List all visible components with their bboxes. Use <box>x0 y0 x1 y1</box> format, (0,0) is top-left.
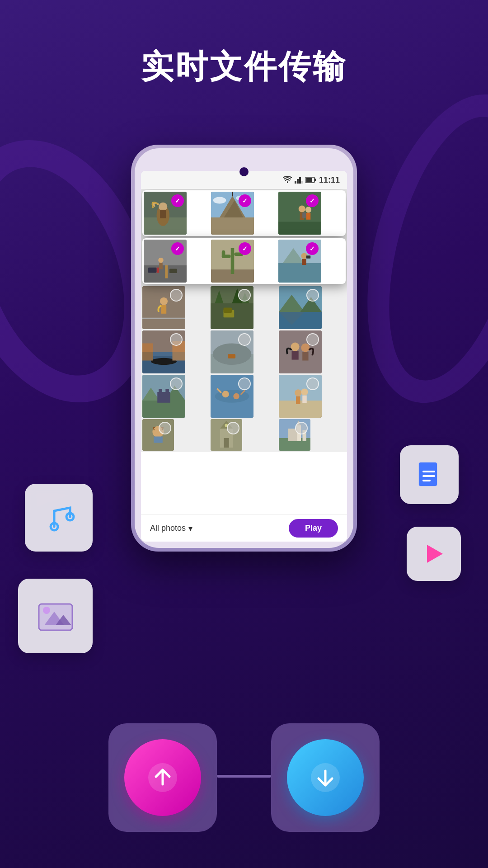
check-badge-6: ✓ <box>306 242 319 255</box>
circle-badge-11 <box>238 333 251 346</box>
photo-cell-6[interactable]: ✓ <box>278 240 321 283</box>
svg-rect-72 <box>228 354 235 359</box>
svg-rect-33 <box>159 263 163 269</box>
photo-cell-15[interactable] <box>279 375 322 418</box>
bottom-bar: All photos ▾ Play <box>141 514 347 542</box>
page-title: 实时文件传输 <box>0 0 488 89</box>
circle-badge-18 <box>295 422 308 434</box>
photo-cell-5[interactable]: ✓ <box>211 240 254 283</box>
camera-notch <box>239 167 249 176</box>
svg-point-95 <box>301 388 308 395</box>
image-icon <box>35 596 76 637</box>
status-icons: 11:11 <box>283 175 340 185</box>
download-button[interactable] <box>287 739 364 816</box>
svg-rect-75 <box>292 351 299 360</box>
svg-point-120 <box>43 607 50 614</box>
svg-rect-46 <box>306 255 311 259</box>
svg-rect-0 <box>295 181 296 184</box>
svg-point-76 <box>301 344 310 352</box>
photo-cell-16[interactable] <box>142 419 174 451</box>
phone-inner: 11:11 <box>135 148 353 548</box>
circle-badge-7 <box>170 289 183 302</box>
svg-rect-45 <box>302 259 306 265</box>
svg-point-93 <box>295 389 301 396</box>
svg-rect-3 <box>301 181 303 184</box>
all-photos-label: All photos <box>150 524 186 533</box>
video-card <box>407 527 461 581</box>
document-card <box>400 445 459 504</box>
signal-icon <box>295 176 303 184</box>
circle-badge-13 <box>170 377 183 390</box>
svg-rect-36 <box>231 248 235 274</box>
svg-marker-121 <box>427 545 443 563</box>
photo-cell-17[interactable] <box>211 419 242 451</box>
status-time: 11:11 <box>319 175 340 185</box>
phone-mockup: 11:11 <box>131 145 357 561</box>
all-photos-filter[interactable]: All photos ▾ <box>150 524 192 533</box>
circle-badge-16 <box>159 422 171 434</box>
svg-point-44 <box>301 253 307 259</box>
photo-cell-18[interactable] <box>279 419 310 451</box>
photo-cell-4[interactable]: ✓ <box>144 240 187 283</box>
circle-badge-8 <box>238 289 251 302</box>
svg-rect-5 <box>314 179 316 181</box>
photo-cell-10[interactable] <box>142 330 185 373</box>
selected-row-2: ✓ <box>142 238 346 284</box>
svg-point-74 <box>291 343 300 351</box>
photo-cell-9[interactable] <box>279 286 322 329</box>
svg-rect-1 <box>297 179 299 184</box>
svg-rect-79 <box>142 401 185 418</box>
check-badge-3: ✓ <box>306 194 319 207</box>
svg-rect-103 <box>224 438 229 448</box>
phone-shell: 11:11 <box>131 145 357 552</box>
check-badge-2: ✓ <box>239 194 251 207</box>
svg-rect-38 <box>222 250 225 258</box>
photo-cell-13[interactable] <box>142 375 185 418</box>
svg-rect-54 <box>224 308 232 313</box>
upload-card <box>108 723 217 832</box>
check-badge-1: ✓ <box>171 194 184 207</box>
svg-rect-24 <box>306 213 311 220</box>
wifi-icon <box>283 176 292 184</box>
svg-rect-99 <box>154 437 163 443</box>
photo-cell-2[interactable]: ✓ <box>211 192 254 235</box>
play-button[interactable]: Play <box>289 519 338 538</box>
svg-rect-112 <box>419 462 437 486</box>
photo-cell-8[interactable] <box>211 286 253 329</box>
svg-point-23 <box>305 207 311 212</box>
bg-decoration-right <box>337 75 488 422</box>
screen-content: ✓ <box>141 189 347 542</box>
svg-rect-29 <box>165 265 168 278</box>
photo-cell-11[interactable] <box>211 330 253 373</box>
circle-badge-12 <box>306 333 319 346</box>
svg-rect-20 <box>278 222 321 235</box>
check-badge-4: ✓ <box>171 242 184 255</box>
svg-rect-83 <box>159 389 162 394</box>
circle-badge-9 <box>306 289 319 302</box>
svg-rect-25 <box>302 212 306 218</box>
svg-rect-84 <box>165 389 169 394</box>
download-card <box>271 723 380 832</box>
document-icon <box>413 459 445 491</box>
svg-point-21 <box>299 205 305 212</box>
music-icon <box>41 500 77 536</box>
image-card <box>18 579 93 653</box>
photo-cell-7[interactable] <box>142 286 185 329</box>
svg-rect-31 <box>169 269 177 274</box>
svg-point-17 <box>213 197 226 203</box>
svg-rect-49 <box>161 305 166 314</box>
photo-cell-1[interactable]: ✓ <box>144 192 187 235</box>
circle-badge-10 <box>170 333 183 346</box>
bottom-actions <box>0 723 488 832</box>
svg-point-10 <box>159 203 167 211</box>
circle-badge-17 <box>227 422 239 434</box>
circle-badge-15 <box>306 377 319 390</box>
phone-screen: 11:11 <box>141 171 347 542</box>
svg-rect-6 <box>306 178 312 182</box>
svg-point-87 <box>222 391 229 397</box>
svg-rect-11 <box>160 210 166 218</box>
upload-button[interactable] <box>124 739 201 816</box>
photo-cell-12[interactable] <box>279 330 322 373</box>
photo-cell-3[interactable]: ✓ <box>278 192 321 235</box>
photo-cell-14[interactable] <box>211 375 253 418</box>
